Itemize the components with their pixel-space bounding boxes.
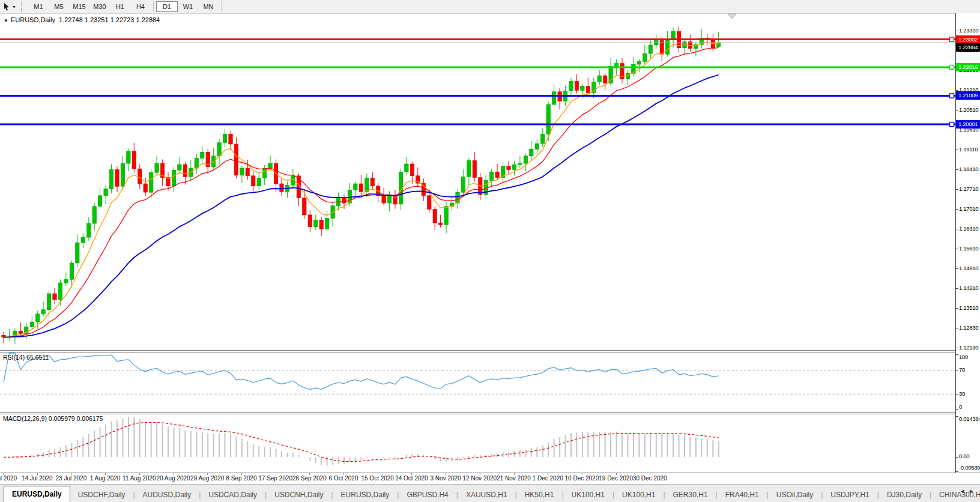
price-tick (956, 31, 958, 31)
chart-shift-marker-icon[interactable] (728, 14, 736, 19)
date-label: 17 Sep 2020 (258, 475, 292, 482)
date-label: 15 Oct 2020 (361, 475, 393, 482)
hline-price-tag[interactable]: 1.20001 (956, 120, 980, 129)
price-axis-label: 1.17010 (959, 205, 978, 212)
price-tick (956, 328, 958, 328)
date-label: 26 Sep 2020 (292, 475, 327, 482)
rsi-tick (956, 409, 958, 410)
price-axis-label: 1.12130 (959, 344, 978, 351)
tab-scroll-arrows: ◄► (960, 488, 978, 494)
price-tick (956, 130, 958, 130)
cursor-tool-icon[interactable] (2, 2, 11, 11)
price-tick (956, 348, 958, 348)
date-label: 4 Jul 2020 (0, 475, 17, 482)
toolbar-separator (221, 1, 222, 12)
price-tick (956, 229, 958, 229)
hline-price-tag[interactable]: 1.22016 (956, 63, 980, 71)
rsi-tick (956, 394, 958, 395)
chart-tab-xauusd-h1[interactable]: XAUUSD,H1 (458, 488, 515, 502)
chart-tab-eurusd-daily[interactable]: EURUSD,Daily (4, 486, 70, 502)
chart-tab-usoil-daily[interactable]: USOil,Daily (769, 488, 821, 502)
date-label: 29 Aug 2020 (190, 475, 224, 482)
date-label: 20 Aug 2020 (156, 475, 190, 482)
tf-button-mn[interactable]: MN (198, 1, 219, 12)
chart-tab-eurusd-daily[interactable]: EURUSD,Daily (333, 488, 398, 502)
rsi-line (4, 353, 719, 390)
hline-handle-1.20001[interactable] (950, 122, 954, 127)
chart-tab-uk100-h1[interactable]: UK100,H1 (564, 488, 612, 502)
price-axis-label: 1.12830 (959, 324, 978, 331)
price-tick (956, 308, 958, 309)
tabs-scroll-right-icon[interactable]: ► (969, 488, 978, 494)
rsi-pane[interactable] (0, 352, 955, 412)
tf-button-d1[interactable]: D1 (156, 1, 178, 12)
tf-button-h1[interactable]: H1 (110, 1, 130, 12)
chart-tab-bar: EURUSD,DailyUSDCHF,Daily|AUDUSD,Daily|US… (0, 484, 980, 502)
tf-button-m1[interactable]: M1 (28, 1, 49, 12)
date-label: 6 Oct 2020 (329, 475, 358, 482)
cursor-dropdown-caret-icon[interactable]: ▼ (12, 5, 16, 9)
tabs-scroll-left-icon[interactable]: ◄ (960, 488, 969, 494)
macd-pane[interactable] (0, 414, 955, 473)
price-tick (956, 150, 958, 150)
chart-tab-usdcnh-daily[interactable]: USDCNH,Daily (267, 488, 331, 502)
mt4-window: ▼ M1M5M15M30H1H4D1W1MN ▼EURUSD,Daily 1.2… (0, 0, 980, 502)
chart-tab-ger30-h1[interactable]: GER30,H1 (665, 488, 716, 502)
chart-tab-dj30-daily[interactable]: DJ30,Daily (879, 488, 930, 502)
hline-price-tag[interactable]: 1.21009 (956, 91, 980, 100)
price-tick (956, 189, 958, 190)
price-tick (956, 169, 958, 170)
price-axis-label: 1.14210 (959, 285, 978, 291)
chart-tab-usdchf-daily[interactable]: USDCHF,Daily (70, 488, 133, 502)
chart-tab-audusd-daily[interactable]: AUDUSD,Daily (135, 488, 199, 502)
date-label: 23 Jul 2020 (56, 475, 87, 482)
price-axis-label: 1.16310 (959, 225, 978, 232)
chart-tab-fra40-h1[interactable]: FRA40,H1 (718, 488, 767, 502)
current-price-tag: 1.22884 (956, 43, 980, 52)
date-label: 3 Nov 2020 (431, 475, 461, 482)
tf-button-w1[interactable]: W1 (178, 1, 198, 12)
timeframe-buttons: M1M5M15M30H1H4D1W1MN (28, 1, 224, 12)
chart-tab-usdjpy-h1[interactable]: USDJPY,H1 (823, 488, 877, 502)
price-axis-label: 1.17710 (959, 186, 978, 192)
main-chart-pane[interactable] (0, 13, 955, 350)
price-axis-label: 1.15610 (959, 245, 978, 252)
hline-handle-1.21009[interactable] (950, 94, 954, 98)
date-label: 24 Oct 2020 (395, 475, 428, 482)
date-label: 14 Jul 2020 (22, 475, 53, 482)
date-label: 12 Nov 2020 (462, 475, 497, 482)
chart-tab-gbpusd-h4[interactable]: GBPUSD,H4 (399, 488, 456, 502)
price-axis-label: 1.18410 (959, 166, 978, 172)
date-label: 30 Dec 2020 (633, 475, 667, 482)
macd-axis-label: 0.014384 (959, 416, 980, 422)
time-axis[interactable]: 4 Jul 202014 Jul 202023 Jul 20201 Aug 20… (0, 473, 980, 484)
date-label: 11 Aug 2020 (122, 475, 156, 482)
date-label: 1 Dec 2020 (533, 475, 563, 482)
date-label: 8 Sep 2020 (226, 475, 256, 482)
tf-button-m15[interactable]: M15 (69, 1, 89, 12)
chart-tab-uk100-h1[interactable]: UK100,H1 (614, 488, 663, 502)
macd-axis-label: 0.00 (959, 453, 969, 459)
rsi-tick (956, 354, 958, 355)
macd-tick (956, 416, 958, 417)
toolbar: ▼ M1M5M15M30H1H4D1W1MN (0, 0, 980, 14)
hline-price-tag[interactable]: 1.23002 (956, 35, 980, 44)
tf-button-m5[interactable]: M5 (49, 1, 69, 12)
rsi-axis-label: 30 (959, 390, 965, 397)
tf-button-h4[interactable]: H4 (130, 1, 151, 12)
hline-handle-1.22016[interactable] (950, 65, 954, 70)
date-label: 10 Dec 2020 (565, 475, 599, 482)
hline-handle-1.23002[interactable] (950, 37, 954, 41)
price-tick (956, 110, 958, 110)
macd-tick (956, 457, 958, 458)
chart-tab-usdcad-daily[interactable]: USDCAD,Daily (201, 488, 265, 502)
price-axis[interactable]: 1.233101.226101.219101.212101.205101.198… (955, 13, 980, 473)
macd-tick (956, 471, 958, 472)
price-axis-label: 1.20510 (959, 106, 978, 113)
date-label: 19 Dec 2020 (599, 475, 633, 482)
price-axis-label: 1.23310 (959, 27, 978, 34)
tf-button-m30[interactable]: M30 (89, 1, 110, 12)
date-label: 21 Nov 2020 (497, 475, 531, 482)
price-axis-label: 1.14910 (959, 265, 978, 271)
chart-tab-hk50-h1[interactable]: HK50,H1 (517, 488, 562, 502)
